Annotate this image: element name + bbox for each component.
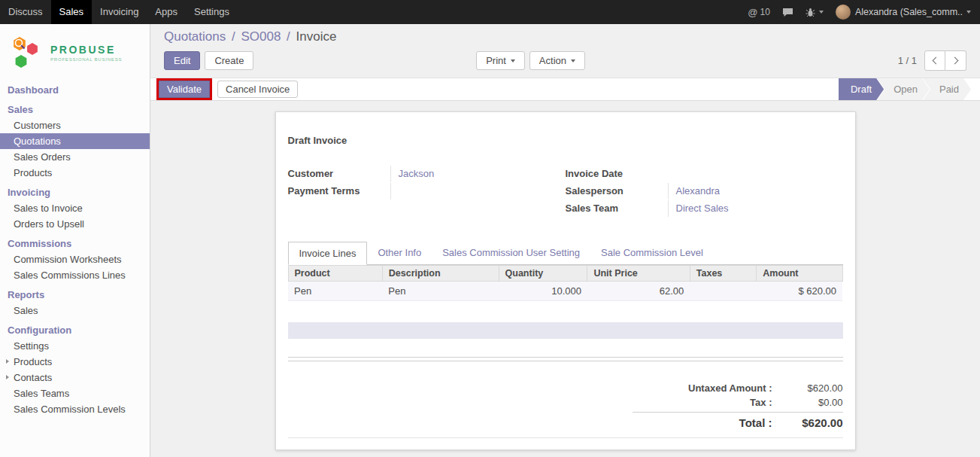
table-header-row: Product Description Quantity Unit Price … <box>288 266 842 282</box>
invoice-date-label: Invoice Date <box>566 166 668 182</box>
tax-value: $0.00 <box>783 397 843 408</box>
user-name: Alexandra (Sales_comm.. <box>855 7 963 17</box>
customer-value[interactable]: Jackson <box>390 166 566 182</box>
sidebar-item-sales-teams[interactable]: Sales Teams <box>0 385 150 401</box>
topbar-menu-invoicing[interactable]: Invoicing <box>92 0 147 24</box>
status-pipeline: Draft Open Paid <box>839 78 971 100</box>
invoice-state-title: Draft Invoice <box>288 135 843 146</box>
payment-terms-value <box>390 183 566 200</box>
validate-highlight-box: Validate <box>156 78 212 100</box>
sidebar-item-config-products[interactable]: Products <box>0 354 150 370</box>
mentions-indicator[interactable]: @ 10 <box>748 7 770 18</box>
sidebar-item-quotations[interactable]: Quotations <box>0 133 150 149</box>
sidebar-item-label: Products <box>14 356 52 367</box>
pager-next-button[interactable] <box>945 50 966 71</box>
statusbar: Validate Cancel Invoice Draft Open Paid <box>150 78 980 101</box>
field-row: Invoice Date <box>566 166 843 182</box>
invoice-lines-table: Product Description Quantity Unit Price … <box>288 265 843 301</box>
sidebar-section-dashboard[interactable]: Dashboard <box>0 82 150 98</box>
field-groups: Customer Jackson Payment Terms Invoice D… <box>288 166 843 218</box>
action-dropdown-button[interactable]: Action <box>529 51 585 70</box>
tab-sales-commission-user-setting[interactable]: Sales Commission User Setting <box>432 242 590 265</box>
field-row: Sales Team Direct Sales <box>566 200 843 217</box>
untaxed-amount-row: Untaxed Amount : $620.00 <box>633 381 843 395</box>
sidebar-item-sales-commissions-lines[interactable]: Sales Commissions Lines <box>0 267 150 283</box>
tab-other-info[interactable]: Other Info <box>367 242 432 265</box>
topbar-menu-discuss[interactable]: Discuss <box>0 0 51 24</box>
sidebar-item-customers[interactable]: Customers <box>0 117 150 133</box>
field-group-right: Invoice Date Salesperson Alexandra Sales… <box>566 166 843 218</box>
sidebar-item-commission-worksheets[interactable]: Commission Worksheets <box>0 251 150 267</box>
total-row: Total : $620.00 <box>633 412 843 431</box>
salesperson-value[interactable]: Alexandra <box>668 183 843 200</box>
field-group-left: Customer Jackson Payment Terms <box>288 166 566 218</box>
sidebar-item-sales-to-invoice[interactable]: Sales to Invoice <box>0 200 150 216</box>
invoice-date-value <box>668 166 843 182</box>
tab-invoice-lines[interactable]: Invoice Lines <box>288 242 368 265</box>
topbar: Discuss Sales Invoicing Apps Settings @ … <box>0 0 980 24</box>
sidebar-item-sales-orders[interactable]: Sales Orders <box>0 149 150 165</box>
sidebar-item-products[interactable]: Products <box>0 165 150 181</box>
cell-product: Pen <box>288 282 382 301</box>
sidebar-section-configuration[interactable]: Configuration <box>0 322 150 338</box>
control-panel: Quotations / SO008 / Invoice Edit Create… <box>150 24 980 78</box>
sheet-footer-divider <box>288 437 843 438</box>
cell-amount: $ 620.00 <box>757 282 842 301</box>
sales-team-value[interactable]: Direct Sales <box>668 200 843 217</box>
sales-team-label: Sales Team <box>566 200 668 217</box>
sidebar-item-orders-to-upsell[interactable]: Orders to Upsell <box>0 216 150 232</box>
chevron-down-icon <box>819 11 824 14</box>
breadcrumb-quotations[interactable]: Quotations <box>164 29 226 44</box>
topbar-menu-settings[interactable]: Settings <box>186 0 238 24</box>
salesperson-label: Salesperson <box>566 183 668 200</box>
cancel-invoice-button[interactable]: Cancel Invoice <box>217 81 298 98</box>
status-open[interactable]: Open <box>877 78 930 100</box>
col-unit-price: Unit Price <box>587 266 690 282</box>
cell-unit-price: 62.00 <box>587 282 690 301</box>
breadcrumb-so008[interactable]: SO008 <box>241 29 281 44</box>
sidebar-section-invoicing[interactable]: Invoicing <box>0 184 150 200</box>
empty-list-row <box>288 322 843 339</box>
sidebar-item-label: Contacts <box>14 372 52 383</box>
chevron-down-icon <box>966 11 971 14</box>
chevron-left-icon <box>932 57 939 65</box>
breadcrumb-current: Invoice <box>296 29 337 44</box>
sidebar-section-commissions[interactable]: Commissions <box>0 236 150 251</box>
customer-label: Customer <box>288 166 390 182</box>
tab-sale-commission-level[interactable]: Sale Commission Level <box>590 242 714 265</box>
mentions-count: 10 <box>760 7 770 17</box>
pager-previous-button[interactable] <box>924 50 945 71</box>
user-menu[interactable]: Alexandra (Sales_comm.. <box>836 5 971 20</box>
print-dropdown-button[interactable]: Print <box>476 51 525 70</box>
invoice-line-row[interactable]: Pen Pen 10.000 62.00 $ 620.00 <box>288 282 842 301</box>
status-draft[interactable]: Draft <box>839 78 884 100</box>
sidebar-item-settings[interactable]: Settings <box>0 338 150 354</box>
debug-menu[interactable] <box>806 8 824 17</box>
status-paid[interactable]: Paid <box>923 78 971 100</box>
validate-button[interactable]: Validate <box>159 81 210 98</box>
sidebar-item-reports-sales[interactable]: Sales <box>0 303 150 318</box>
messages-icon[interactable] <box>782 8 793 17</box>
sidebar-item-config-contacts[interactable]: Contacts <box>0 370 150 385</box>
breadcrumb-separator: / <box>232 29 235 44</box>
sidebar-section-sales[interactable]: Sales <box>0 102 150 117</box>
bug-icon <box>806 8 815 17</box>
topbar-menu-apps[interactable]: Apps <box>147 0 186 24</box>
total-label: Total : <box>633 416 783 429</box>
probuse-logo[interactable]: PROBUSE PROFESSIONAL BUSINESS <box>0 24 150 78</box>
sidebar-nav: Dashboard Sales Customers Quotations Sal… <box>0 82 150 417</box>
topbar-menu-sales[interactable]: Sales <box>51 0 93 24</box>
tax-label: Tax : <box>633 397 783 408</box>
control-panel-center: Print Action <box>208 51 852 70</box>
avatar <box>836 5 851 20</box>
untaxed-amount-label: Untaxed Amount : <box>633 382 783 394</box>
pager: 1 / 1 <box>898 50 966 71</box>
total-value: $620.00 <box>783 416 843 429</box>
totals-block: Untaxed Amount : $620.00 Tax : $0.00 Tot… <box>633 381 843 431</box>
cell-taxes <box>690 282 756 301</box>
edit-button[interactable]: Edit <box>164 51 200 70</box>
main-area: Quotations / SO008 / Invoice Edit Create… <box>150 24 980 457</box>
sidebar-item-sales-commission-levels[interactable]: Sales Commission Levels <box>0 401 150 417</box>
sidebar-section-reports[interactable]: Reports <box>0 287 150 303</box>
chevron-right-icon <box>951 57 959 65</box>
